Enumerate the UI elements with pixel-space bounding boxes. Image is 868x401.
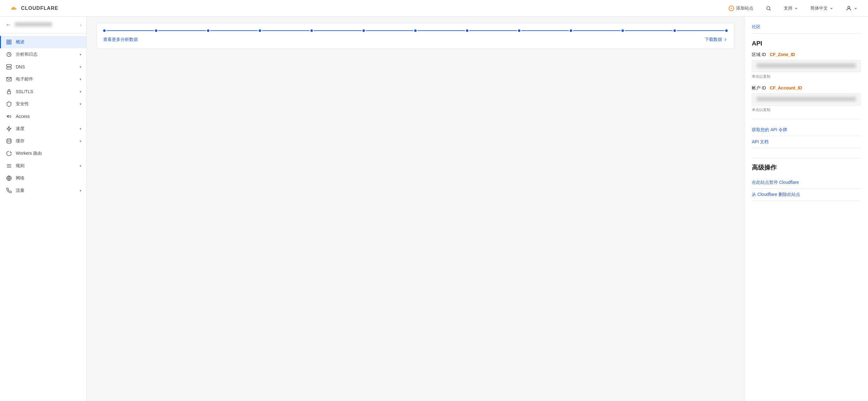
svg-point-2 (848, 6, 850, 8)
sidebar-item-ssl[interactable]: SSL/TLS ▾ (0, 86, 86, 98)
analytics-label: 分析和日志 (16, 52, 76, 57)
overview-icon (6, 39, 12, 45)
email-arrow: ▾ (80, 77, 82, 81)
cache-arrow: ▾ (80, 139, 82, 143)
zone-id-link[interactable]: CF_Zone_ID (770, 52, 795, 57)
sidebar-item-access[interactable]: Access (0, 110, 86, 123)
add-site-button[interactable]: + 添加站点 (725, 4, 756, 13)
network-icon (6, 175, 12, 181)
api-section-title: API (752, 40, 861, 47)
section-divider (752, 158, 861, 159)
download-data-link[interactable]: 下载数据 (705, 37, 728, 42)
sidebar-item-workers[interactable]: Workers 路由 (0, 147, 86, 160)
center-panel: 查看更多分析数据 下载数据 (87, 17, 744, 401)
support-button[interactable]: 支持 (781, 4, 801, 13)
rules-arrow: ▾ (80, 164, 82, 168)
api-section: API 区域 ID CF_Zone_ID 单击以复制 帐户 ID (752, 40, 861, 148)
analytics-icon (6, 52, 12, 58)
zone-id-label: 区域 ID CF_Zone_ID (752, 52, 861, 58)
svg-line-1 (770, 9, 770, 10)
chart-dot (414, 29, 417, 32)
security-label: 安全性 (16, 101, 76, 107)
user-button[interactable] (843, 3, 861, 13)
sidebar: ← › 概述 (0, 17, 87, 401)
chart-dot (363, 29, 365, 32)
svg-rect-5 (7, 43, 8, 44)
chart-dot (466, 29, 468, 32)
main-layout: ← › 概述 (0, 17, 868, 401)
language-button[interactable]: 简体中文 (807, 4, 836, 13)
account-id-label: 帐户 ID CF_Account_ID (752, 86, 861, 91)
view-more-analytics-link[interactable]: 查看更多分析数据 (103, 37, 138, 42)
sidebar-item-email[interactable]: 电子邮件 ▾ (0, 73, 86, 86)
security-arrow: ▾ (80, 102, 82, 106)
plus-circle-icon: + (728, 6, 734, 11)
account-id-link[interactable]: CF_Account_ID (770, 86, 802, 90)
chart-dot (570, 29, 572, 32)
rules-icon (6, 163, 12, 169)
speed-label: 速度 (16, 126, 76, 132)
sidebar-back-button[interactable]: ← (5, 21, 12, 29)
advanced-section-title: 高级操作 (752, 163, 861, 172)
analytics-arrow: ▾ (80, 53, 82, 57)
chart-dot (103, 29, 105, 32)
account-id-copy-hint: 单击以复制 (752, 107, 861, 113)
zone-id-group: 区域 ID CF_Zone_ID 单击以复制 (752, 52, 861, 79)
zone-id-blurred (756, 63, 856, 68)
chart-dot (207, 29, 209, 32)
speed-icon (6, 126, 12, 132)
api-docs-link[interactable]: API 文档 (752, 136, 861, 148)
cache-label: 缓存 (16, 138, 76, 144)
sidebar-item-network[interactable]: 网络 (0, 172, 86, 185)
svg-rect-4 (9, 40, 11, 41)
svg-rect-9 (7, 67, 11, 69)
chart-dot (310, 29, 313, 32)
rules-label: 规则 (16, 163, 76, 169)
sidebar-item-rules[interactable]: 规则 ▾ (0, 160, 86, 172)
sidebar-item-analytics[interactable]: 分析和日志 ▾ (0, 48, 86, 61)
chart-dot (518, 29, 520, 32)
right-panel: 社区 API 区域 ID CF_Zone_ID 单击以复制 (744, 17, 868, 401)
delete-site-link[interactable]: 从 Cloudflare 删除此站点 (752, 189, 861, 201)
svg-rect-13 (7, 91, 11, 94)
dns-arrow: ▾ (80, 65, 82, 69)
sidebar-item-speed[interactable]: 速度 ▾ (0, 123, 86, 135)
zone-id-value[interactable] (752, 60, 861, 72)
speed-arrow: ▾ (80, 127, 82, 131)
community-link[interactable]: 社区 (752, 24, 761, 29)
sidebar-item-cache[interactable]: 缓存 ▾ (0, 135, 86, 147)
access-icon (6, 113, 12, 120)
chart-actions: 查看更多分析数据 下载数据 (103, 37, 728, 42)
zone-id-copy-hint: 单击以复制 (752, 74, 861, 79)
chart-dot (725, 29, 728, 32)
cloudflare-logo: CLOUDFLARE (7, 5, 58, 12)
access-label: Access (16, 114, 82, 119)
chart-dot (674, 29, 676, 32)
top-navigation: CLOUDFLARE + 添加站点 支持 简体中文 (0, 0, 868, 17)
pause-cloudflare-link[interactable]: 在此站点暂停 Cloudflare (752, 177, 861, 189)
account-id-value[interactable] (752, 94, 861, 105)
chart-dots-line (103, 29, 728, 32)
get-api-token-link[interactable]: 获取您的 API 令牌 (752, 124, 861, 136)
dns-icon (6, 64, 12, 70)
search-button[interactable] (763, 4, 774, 13)
sidebar-header: ← › (0, 17, 86, 33)
sidebar-item-overview[interactable]: 概述 (0, 36, 86, 48)
workers-label: Workers 路由 (16, 151, 82, 156)
email-label: 电子邮件 (16, 76, 76, 82)
workers-icon (6, 151, 12, 157)
security-icon (6, 101, 12, 107)
divider (752, 119, 861, 119)
svg-marker-15 (7, 127, 11, 131)
traffic-icon (6, 188, 12, 194)
chart-dot (259, 29, 261, 32)
network-label: 网络 (16, 175, 82, 181)
ssl-arrow: ▾ (80, 90, 82, 94)
sidebar-item-traffic[interactable]: 流量 ▾ (0, 185, 86, 197)
sidebar-item-dns[interactable]: DNS ▾ (0, 61, 86, 73)
sidebar-item-security[interactable]: 安全性 ▾ (0, 98, 86, 110)
chart-area: 查看更多分析数据 下载数据 (97, 23, 734, 49)
account-id-group: 帐户 ID CF_Account_ID 单击以复制 (752, 86, 861, 113)
ssl-label: SSL/TLS (16, 89, 76, 94)
topnav-actions: + 添加站点 支持 简体中文 (725, 3, 861, 13)
